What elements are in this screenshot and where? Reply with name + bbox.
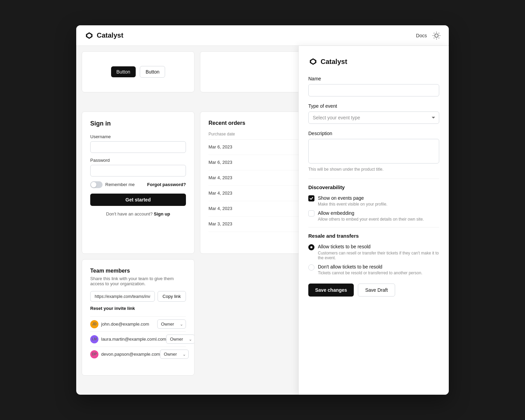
disallow-resold-radio[interactable] xyxy=(308,264,314,271)
member-info: JD john.doe@example.com xyxy=(90,320,149,328)
forgot-password-link[interactable]: Forgot password? xyxy=(147,182,186,187)
show-events-checkbox[interactable] xyxy=(308,195,314,201)
member-info: LM laura.martin@example.coml.com xyxy=(90,335,166,343)
brand-logo-icon xyxy=(84,31,94,40)
disallow-resold-row: Don't allow tickets to be resold Tickets… xyxy=(308,264,439,275)
disallow-resold-label: Don't allow tickets to be resold xyxy=(318,264,422,270)
member-email: devon.papson@example.com xyxy=(101,352,160,357)
divider-1 xyxy=(308,179,439,179)
right-panel: Catalyst Name Type of event Select your … xyxy=(298,46,449,395)
copy-link-button[interactable]: Copy link xyxy=(158,291,186,302)
role-wrapper: Owner Member Admin xyxy=(157,319,186,329)
password-input[interactable] xyxy=(90,165,186,176)
sign-in-card: Sign in Username Password Remember me Fo… xyxy=(82,111,194,254)
role-wrapper: Owner Member Admin xyxy=(160,350,189,359)
description-field-textarea[interactable] xyxy=(308,139,439,163)
member-row: JD john.doe@example.com Owner Member Adm… xyxy=(90,316,186,331)
show-events-label-group: Show on events page Make this event visi… xyxy=(318,195,387,207)
allow-embedding-row: Allow embedding Allow others to embed yo… xyxy=(308,210,439,222)
password-label: Password xyxy=(90,158,186,163)
divider-2 xyxy=(308,227,439,227)
brand-name: Catalyst xyxy=(97,31,123,39)
svg-line-4 xyxy=(439,38,439,38)
save-draft-button[interactable]: Save Draft xyxy=(358,284,395,297)
nav-right: Docs xyxy=(416,31,441,40)
type-select[interactable]: Select your event type Conference Worksh… xyxy=(308,111,439,124)
show-events-row: Show on events page Make this event visi… xyxy=(308,195,439,207)
remember-left: Remember me xyxy=(90,181,135,188)
allow-resold-sublabel: Customers can resell or transfer their t… xyxy=(318,251,439,260)
name-field-label: Name xyxy=(308,76,439,81)
svg-line-7 xyxy=(434,38,434,38)
disallow-resold-label-group: Don't allow tickets to be resold Tickets… xyxy=(318,264,422,275)
allow-embedding-label: Allow embedding xyxy=(318,210,424,216)
sign-in-title: Sign in xyxy=(90,120,186,127)
radio-inner xyxy=(310,246,312,248)
allow-embedding-checkbox[interactable] xyxy=(308,210,314,216)
role-wrapper: Owner Member Admin xyxy=(166,334,194,344)
role-select[interactable]: Owner Member Admin xyxy=(166,334,194,344)
allow-resold-label: Allow tickets to be resold xyxy=(318,244,439,250)
member-email: john.doe@example.com xyxy=(101,321,149,327)
team-members-card: Team members Share this link with your t… xyxy=(82,259,194,376)
show-events-label: Show on events page xyxy=(318,195,387,201)
allow-resold-label-group: Allow tickets to be resold Customers can… xyxy=(318,244,439,260)
svg-line-8 xyxy=(439,33,439,33)
panel-brand: Catalyst xyxy=(308,57,439,66)
svg-line-3 xyxy=(434,33,434,33)
member-avatar: DP xyxy=(90,350,98,358)
checkmark-icon xyxy=(309,196,313,200)
no-account-text: Don't have an account? xyxy=(106,211,152,216)
sign-up-text: Don't have an account? Sign up xyxy=(90,211,186,216)
save-changes-button[interactable]: Save changes xyxy=(308,284,354,297)
docs-link[interactable]: Docs xyxy=(416,33,427,38)
resale-title: Resale and transfers xyxy=(308,233,439,239)
brand: Catalyst xyxy=(84,31,123,40)
team-title: Team members xyxy=(90,268,186,274)
role-select[interactable]: Owner Member Admin xyxy=(157,319,186,329)
buttons-card: Button Button xyxy=(82,51,194,92)
disallow-resold-sublabel: Tickets cannot be resold or transferred … xyxy=(318,271,422,275)
invite-row: Copy link xyxy=(90,291,186,302)
remember-label: Remember me xyxy=(105,182,135,187)
allow-resold-row: Allow tickets to be resold Customers can… xyxy=(308,244,439,260)
name-field-input[interactable] xyxy=(308,84,439,96)
allow-embedding-sublabel: Allow others to embed your event details… xyxy=(318,217,424,222)
discoverability-title: Discoverability xyxy=(308,184,439,190)
member-avatar: JD xyxy=(90,320,98,328)
type-field-label: Type of event xyxy=(308,103,439,109)
panel-logo-icon xyxy=(308,57,318,66)
toggle-knob xyxy=(91,182,96,187)
remember-row: Remember me Forgot password? xyxy=(90,181,186,188)
member-email: laura.martin@example.coml.com xyxy=(101,337,166,342)
member-row: LM laura.martin@example.coml.com Owner M… xyxy=(90,331,186,346)
card-buttons-container: Button Button xyxy=(90,60,186,84)
role-select[interactable]: Owner Member Admin xyxy=(160,350,189,359)
username-input[interactable] xyxy=(90,141,186,153)
description-hint: This will be shown under the product tit… xyxy=(308,167,439,172)
description-field-label: Description xyxy=(308,131,439,136)
members-list: JD john.doe@example.com Owner Member Adm… xyxy=(90,316,186,362)
theme-toggle-icon[interactable] xyxy=(432,31,441,40)
reset-invite-link[interactable]: Reset your invite link xyxy=(90,306,186,311)
get-started-button[interactable]: Get started xyxy=(90,194,186,206)
remember-toggle[interactable] xyxy=(90,181,103,188)
show-events-sublabel: Make this event visible on your profile. xyxy=(318,202,387,207)
member-avatar: LM xyxy=(90,335,98,343)
dark-button[interactable]: Button xyxy=(111,66,136,77)
allow-resold-radio[interactable] xyxy=(308,244,314,250)
member-info: DP devon.papson@example.com xyxy=(90,350,160,358)
sign-up-link[interactable]: Sign up xyxy=(154,211,170,216)
panel-footer: Save changes Save Draft xyxy=(308,284,439,297)
allow-embedding-label-group: Allow embedding Allow others to embed yo… xyxy=(318,210,424,222)
username-label: Username xyxy=(90,134,186,139)
svg-point-0 xyxy=(435,34,438,37)
type-select-wrapper: Select your event type Conference Worksh… xyxy=(308,111,439,124)
outline-button[interactable]: Button xyxy=(140,66,165,78)
invite-url-input[interactable] xyxy=(90,291,155,302)
panel-brand-name: Catalyst xyxy=(321,58,347,66)
team-subtitle: Share this link with your team to give t… xyxy=(90,276,186,286)
top-nav: Catalyst Docs xyxy=(76,25,449,46)
member-row: DP devon.papson@example.com Owner Member… xyxy=(90,346,186,362)
